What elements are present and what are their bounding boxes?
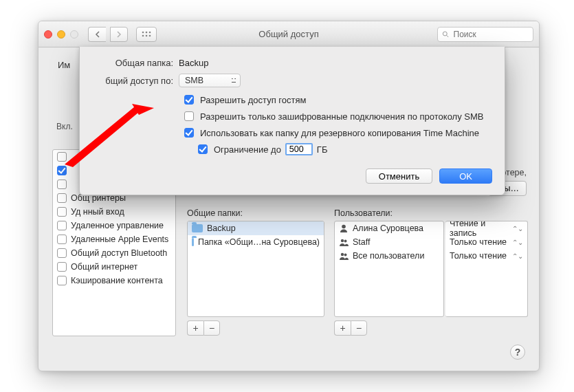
- user-row[interactable]: Алина Суровцева: [335, 221, 443, 235]
- show-all-button[interactable]: [136, 27, 157, 42]
- folder-icon: [192, 238, 194, 246]
- folder-name: Backup: [207, 224, 236, 233]
- users-label: Пользователи:: [334, 208, 393, 218]
- service-row[interactable]: Общий интернет: [53, 260, 175, 274]
- service-label: Общий доступ Bluetooth: [71, 248, 167, 258]
- group-icon: [339, 237, 349, 247]
- shared-folders-list[interactable]: BackupПапка «Общи…на Суровцева): [187, 221, 324, 317]
- traffic-lights: [44, 30, 78, 39]
- allow-guests-label[interactable]: Разрешить доступ гостям: [200, 95, 306, 105]
- svg-point-0: [142, 31, 144, 33]
- svg-point-3: [142, 34, 144, 36]
- minimize-icon[interactable]: [57, 30, 65, 39]
- limit-label-prefix[interactable]: Ограничение до: [214, 144, 281, 155]
- service-checkbox[interactable]: [57, 193, 67, 203]
- permission-label: Чтение и запись: [450, 221, 509, 238]
- time-machine-checkbox[interactable]: [184, 128, 194, 138]
- time-machine-label[interactable]: Использовать как папку для резервного ко…: [200, 128, 479, 138]
- svg-point-9: [341, 239, 344, 242]
- service-checkbox[interactable]: [57, 179, 67, 189]
- service-checkbox[interactable]: [57, 248, 67, 258]
- service-label: Удаленные Apple Events: [71, 235, 168, 244]
- folder-name: Папка «Общи…на Суровцева): [198, 237, 320, 247]
- services-on-header: Вкл.: [56, 122, 73, 131]
- user-icon: [339, 224, 349, 233]
- service-row[interactable]: Общий доступ Bluetooth: [53, 246, 175, 260]
- user-row[interactable]: Staff: [335, 235, 443, 249]
- help-button[interactable]: ?: [510, 345, 525, 360]
- service-checkbox[interactable]: [57, 166, 67, 175]
- sheet-folder-value: Backup: [179, 58, 208, 68]
- user-name: Все пользователи: [353, 251, 424, 261]
- smb-encrypted-label[interactable]: Разрешить только зашифрованные подключен…: [200, 111, 483, 122]
- permission-row[interactable]: Чтение и запись⌃⌄: [445, 221, 527, 235]
- service-row[interactable]: Удаленные Apple Events: [53, 232, 175, 246]
- service-checkbox[interactable]: [57, 262, 67, 272]
- user-name: Алина Суровцева: [353, 224, 423, 233]
- stepper-icon: ⌃⌄: [512, 225, 523, 232]
- folder-row[interactable]: Backup: [188, 221, 324, 235]
- back-button[interactable]: [88, 27, 106, 42]
- service-checkbox[interactable]: [57, 207, 67, 217]
- remove-folder-button[interactable]: −: [203, 320, 220, 336]
- service-checkbox[interactable]: [57, 276, 67, 285]
- window-toolbar: Общий доступ: [38, 21, 539, 47]
- add-folder-button[interactable]: +: [187, 320, 203, 336]
- computer-name-label-fragment: Им: [58, 60, 70, 70]
- smb-encrypted-checkbox[interactable]: [184, 111, 194, 121]
- service-row[interactable]: Кэширование контента: [53, 274, 175, 287]
- service-label: Общий интернет: [71, 262, 137, 272]
- service-row[interactable]: Уд нный вход: [53, 205, 175, 219]
- sheet-folder-label: Общая папка:: [92, 58, 173, 68]
- permission-row[interactable]: Только чтение⌃⌄: [445, 235, 527, 249]
- svg-point-6: [443, 32, 447, 36]
- svg-point-2: [149, 31, 151, 33]
- cancel-button[interactable]: Отменить: [366, 168, 432, 184]
- search-input[interactable]: [452, 29, 529, 40]
- stepper-icon: ⌃⌄: [512, 239, 523, 246]
- permission-label: Только чтение: [450, 237, 507, 247]
- svg-point-12: [344, 254, 347, 257]
- folder-row[interactable]: Папка «Общи…на Суровцева): [188, 235, 324, 249]
- service-checkbox[interactable]: [57, 221, 67, 230]
- users-plusminus: + −: [334, 320, 367, 336]
- limit-input[interactable]: [285, 143, 313, 155]
- service-checkbox[interactable]: [57, 235, 67, 244]
- service-checkbox[interactable]: [57, 152, 67, 162]
- permission-label: Только чтение: [450, 251, 507, 261]
- sheet-via-label: бщий доступ по:: [92, 76, 173, 86]
- shared-folders-label: Общие папки:: [187, 208, 243, 218]
- remove-user-button[interactable]: −: [351, 320, 367, 336]
- service-label: Кэширование контента: [71, 276, 163, 285]
- group-icon: [339, 251, 349, 261]
- svg-point-10: [344, 240, 347, 243]
- folders-plusminus: + −: [187, 320, 220, 336]
- permissions-list[interactable]: Чтение и запись⌃⌄Только чтение⌃⌄Только ч…: [445, 221, 528, 317]
- svg-point-11: [341, 253, 344, 256]
- protocol-popup[interactable]: SMB: [179, 74, 241, 87]
- service-label: Уд нный вход: [71, 207, 124, 217]
- add-user-button[interactable]: +: [334, 320, 351, 336]
- limit-label-suffix: ГБ: [317, 144, 328, 155]
- ok-button[interactable]: OK: [439, 168, 492, 184]
- stepper-icon: ⌃⌄: [512, 252, 523, 260]
- svg-point-8: [342, 225, 346, 229]
- allow-guests-checkbox[interactable]: [184, 95, 194, 105]
- svg-point-1: [146, 31, 148, 33]
- limit-checkbox[interactable]: [198, 144, 208, 154]
- search-field[interactable]: [437, 27, 533, 42]
- forward-button[interactable]: [110, 27, 128, 42]
- users-list[interactable]: Алина СуровцеваStaffВсе пользователи: [334, 221, 444, 317]
- folder-icon: [192, 224, 203, 232]
- zoom-icon: [70, 30, 78, 39]
- svg-point-4: [146, 34, 148, 36]
- service-row[interactable]: Удаленное управление: [53, 219, 175, 232]
- user-row[interactable]: Все пользователи: [335, 249, 443, 263]
- close-icon[interactable]: [44, 30, 52, 39]
- svg-line-7: [447, 35, 449, 37]
- svg-point-5: [149, 34, 151, 36]
- permission-row[interactable]: Только чтение⌃⌄: [445, 249, 527, 263]
- search-icon: [442, 30, 450, 39]
- folder-options-sheet: Общая папка: Backup бщий доступ по: SMB …: [79, 47, 505, 195]
- user-name: Staff: [353, 237, 370, 247]
